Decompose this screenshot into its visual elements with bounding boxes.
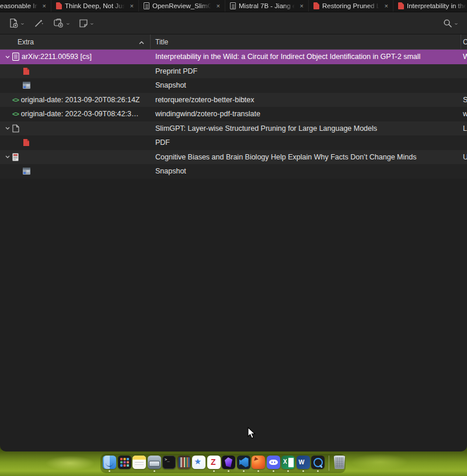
zotero-window: easonable Inef × Think Deep, Not Just L …: [0, 0, 467, 451]
title-cell: Interpretability in the Wild: a Circuit …: [151, 53, 461, 61]
title-cell: retorquere/zotero-better-bibtex: [151, 96, 461, 104]
running-indicator: [287, 470, 289, 472]
extra-cell: original-date: 2022-03-09T08:42:3…: [21, 110, 139, 118]
table-row-better-bibtex[interactable]: <> original-date: 2013-09-20T08:26:14Z r…: [0, 93, 467, 107]
chevron-down-icon: ⌄: [454, 20, 459, 26]
tab-restoring-pruned[interactable]: Restoring Pruned Large ×: [309, 0, 393, 12]
attachment-icon: [53, 18, 64, 28]
snapshot-icon: [23, 168, 30, 175]
add-by-identifier-button[interactable]: [31, 16, 47, 30]
running-indicator: [228, 470, 229, 472]
search-icon: [443, 19, 452, 28]
sort-ascending-icon: [139, 38, 144, 46]
books-dock-icon[interactable]: [177, 456, 191, 469]
quicktime-dock-icon[interactable]: [311, 456, 325, 469]
running-indicator: [109, 470, 110, 472]
terminal-dock-icon[interactable]: [162, 456, 176, 469]
tab-think-deep[interactable]: Think Deep, Not Just L ×: [51, 0, 139, 12]
close-icon[interactable]: ×: [384, 2, 389, 10]
tab-bar: easonable Inef × Think Deep, Not Just L …: [0, 0, 467, 12]
tab-label: Think Deep, Not Just L: [65, 2, 126, 9]
star-app-dock-icon[interactable]: [192, 456, 205, 469]
table-row-snapshot[interactable]: Snapshot: [0, 78, 467, 93]
dock: [103, 456, 346, 471]
tab-label: Mistral 7B - Jiang et al: [239, 2, 296, 9]
chevron-down-icon[interactable]: [5, 55, 10, 58]
title-cell: Snapshot: [151, 81, 461, 89]
notes-dock-icon[interactable]: [133, 456, 146, 469]
creator-cell: w: [461, 110, 467, 118]
trash-dock-icon[interactable]: [333, 456, 346, 469]
code-brackets-icon: <>: [12, 96, 19, 103]
title-cell: Preprint PDF: [151, 67, 461, 75]
running-indicator: [317, 470, 319, 472]
finder-dock-icon[interactable]: [103, 456, 116, 469]
creator-cell: W: [461, 53, 467, 61]
title-cell: windingwind/zotero-pdf-translate: [151, 110, 461, 118]
code-brackets-icon: <>: [12, 110, 19, 117]
new-item-button[interactable]: ⌄: [6, 16, 27, 30]
chevron-down-icon: ⌄: [89, 20, 95, 26]
obsidian-dock-icon[interactable]: [222, 456, 235, 469]
chevron-down-icon: ⌄: [20, 20, 25, 26]
column-header-creator[interactable]: C: [461, 34, 467, 49]
column-label: C: [463, 38, 467, 46]
table-row-cognitive-biases[interactable]: Cognitive Biases and Brain Biology Help …: [0, 150, 467, 165]
document-icon: [230, 2, 236, 9]
pdf-icon: [23, 67, 30, 75]
running-indicator: [273, 470, 274, 472]
launchpad-dock-icon[interactable]: [118, 456, 131, 469]
table-row-slimgpt[interactable]: SlimGPT: Layer-wise Structured Pruning f…: [0, 121, 467, 136]
add-attachment-button[interactable]: ⌄: [50, 16, 73, 30]
column-label: Extra: [18, 38, 34, 46]
chevron-down-icon[interactable]: [5, 127, 10, 130]
close-icon[interactable]: ×: [129, 2, 135, 10]
table-row-snapshot-2[interactable]: Snapshot: [0, 164, 467, 179]
pdf-icon: [398, 2, 404, 9]
items-table: arXiv:2211.00593 [cs] Interpretability i…: [0, 50, 467, 179]
column-label: Title: [155, 38, 168, 46]
snapshot-icon: [23, 82, 30, 89]
discord-dock-icon[interactable]: [267, 456, 280, 469]
tab-mistral-7b[interactable]: Mistral 7B - Jiang et al ×: [225, 0, 309, 12]
tab-label: easonable Inef: [0, 2, 39, 9]
excel-dock-icon[interactable]: [281, 456, 295, 469]
fox-app-dock-icon[interactable]: [252, 456, 265, 469]
tab-label: Restoring Pruned Large: [322, 2, 381, 9]
column-header-title[interactable]: Title: [151, 34, 461, 49]
tab-interpretability[interactable]: Interpretability in the: [393, 0, 467, 12]
creator-cell: L: [461, 124, 467, 133]
extra-cell: original-date: 2013-09-20T08:26:14Z: [21, 96, 140, 104]
title-cell: Snapshot: [151, 167, 461, 175]
table-row-pdf[interactable]: PDF: [0, 135, 467, 150]
dock-separator: [329, 456, 329, 471]
column-header-extra[interactable]: Extra: [0, 34, 151, 49]
tab-reasonable-inef[interactable]: easonable Inef ×: [0, 0, 51, 12]
search-button[interactable]: ⌄: [440, 16, 461, 30]
zotero-dock-icon[interactable]: [207, 456, 221, 469]
desktop: easonable Inef × Think Deep, Not Just L …: [0, 0, 467, 476]
table-row-arxiv[interactable]: arXiv:2211.00593 [cs] Interpretability i…: [0, 50, 467, 64]
chevron-down-icon[interactable]: [5, 155, 10, 158]
preprint-icon: [12, 53, 19, 61]
tab-openreview-slimgpt[interactable]: OpenReview_SlimGPT_ ×: [139, 0, 225, 12]
close-icon[interactable]: ×: [299, 2, 305, 10]
tab-label: Interpretability in the: [407, 2, 467, 9]
new-item-icon: [9, 18, 19, 28]
pdf-icon: [313, 2, 319, 9]
title-cell: SlimGPT: Layer-wise Structured Pruning f…: [151, 124, 461, 133]
extra-cell: arXiv:2211.00593 [cs]: [22, 53, 92, 61]
table-row-preprint-pdf[interactable]: Preprint PDF: [0, 64, 467, 79]
word-dock-icon[interactable]: [297, 456, 310, 469]
vscode-dock-icon[interactable]: [237, 456, 250, 469]
table-header: Extra Title C: [0, 34, 467, 50]
new-note-button[interactable]: ⌄: [76, 16, 97, 30]
creator-cell: U: [461, 153, 467, 161]
preview-dock-icon[interactable]: [148, 456, 161, 469]
pdf-icon: [23, 138, 30, 147]
chevron-down-icon: ⌄: [65, 20, 70, 26]
close-icon[interactable]: ×: [215, 2, 221, 10]
table-row-pdf-translate[interactable]: <> original-date: 2022-03-09T08:42:3… wi…: [0, 107, 467, 121]
magic-wand-icon: [34, 18, 44, 28]
close-icon[interactable]: ×: [41, 2, 47, 10]
